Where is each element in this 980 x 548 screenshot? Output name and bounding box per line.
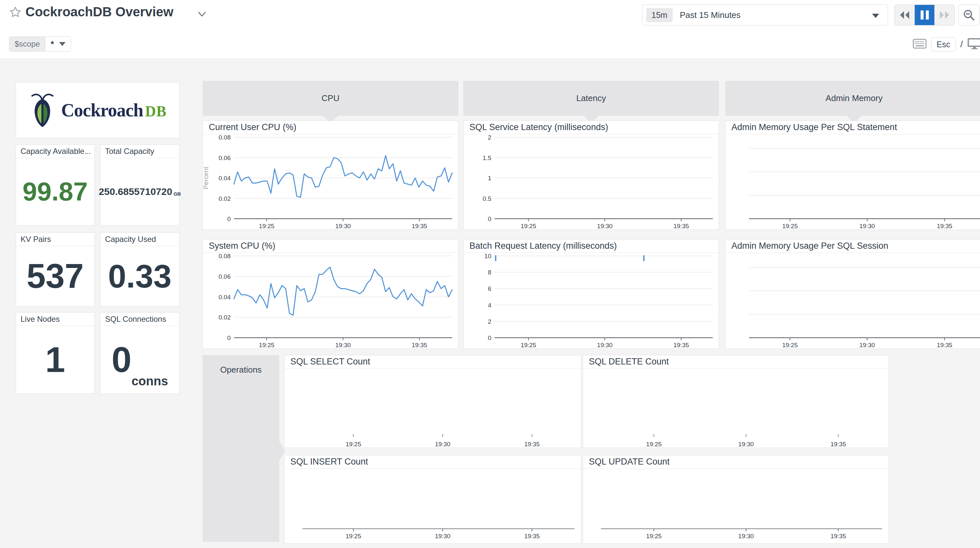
chevron-down-icon[interactable] — [197, 11, 207, 19]
group-header-admin-memory[interactable]: Admin Memory — [725, 81, 980, 116]
svg-text:1: 1 — [488, 175, 491, 181]
svg-text:19:25: 19:25 — [259, 342, 275, 348]
chart-title: Batch Request Latency (milliseconds) — [464, 240, 719, 253]
esc-key-badge[interactable]: Esc — [931, 38, 956, 51]
svg-text:0.02: 0.02 — [219, 195, 231, 202]
stat-title: Live Nodes — [16, 313, 94, 326]
favorite-star-icon[interactable] — [9, 6, 22, 19]
group-label: Latency — [576, 93, 606, 103]
stat-title: KV Pairs — [16, 233, 94, 246]
slash-separator: / — [961, 40, 963, 49]
time-range-label: Past 15 Minutes — [680, 10, 741, 20]
chart-title: Admin Memory Usage Per SQL Statement — [725, 121, 980, 134]
svg-text:19:25: 19:25 — [259, 222, 275, 229]
chart-title: SQL DELETE Count — [583, 355, 889, 369]
svg-text:19:25: 19:25 — [782, 342, 798, 348]
scope-var-value: * — [51, 40, 54, 49]
chart-plot: 19:2519:3019:35 — [285, 469, 581, 543]
svg-text:19:35: 19:35 — [412, 342, 427, 348]
chart-title: SQL UPDATE Count — [583, 456, 889, 469]
chart-card-system-cpu[interactable]: System CPU (%) 00.020.040.060.0819:2519:… — [203, 239, 458, 349]
chart-card-admin-mem-session[interactable]: Admin Memory Usage Per SQL Session 19:25… — [725, 239, 980, 349]
time-back-button[interactable] — [895, 5, 915, 25]
scope-var-name: $scope — [10, 37, 45, 51]
chart-plot: 19:2519:3019:35 — [583, 469, 889, 543]
svg-text:0.5: 0.5 — [483, 195, 491, 202]
svg-text:0.06: 0.06 — [219, 154, 231, 161]
svg-text:0.04: 0.04 — [219, 175, 231, 181]
group-header-latency[interactable]: Latency — [463, 81, 719, 116]
svg-text:10: 10 — [484, 253, 491, 259]
stat-value: 0.33 — [108, 260, 172, 292]
time-range-selector[interactable]: 15m Past 15 Minutes — [642, 5, 888, 25]
chart-card-admin-mem-statement[interactable]: Admin Memory Usage Per SQL Statement 19:… — [725, 121, 980, 230]
svg-text:19:30: 19:30 — [859, 342, 875, 348]
chart-plot: 19:2519:3019:35 — [725, 134, 980, 229]
logo-db-text: DB — [145, 103, 167, 120]
svg-text:19:30: 19:30 — [435, 441, 450, 448]
template-variable-scope[interactable]: $scope * — [9, 37, 71, 51]
zoom-out-button[interactable] — [958, 5, 979, 25]
svg-text:19:25: 19:25 — [646, 441, 662, 448]
chart-card-sql-insert-count[interactable]: SQL INSERT Count 19:2519:3019:35 — [284, 455, 581, 544]
group-label: Operations — [203, 355, 279, 375]
svg-text:19:35: 19:35 — [673, 342, 689, 348]
cockroachdb-logo-card: CockroachDB — [16, 82, 180, 138]
stat-value: 0 — [111, 342, 132, 378]
svg-text:19:35: 19:35 — [937, 342, 953, 348]
svg-text:19:35: 19:35 — [524, 441, 540, 448]
stat-card-capacity-used: Capacity Used 0.33 — [100, 232, 180, 307]
fullscreen-monitor-icon[interactable] — [967, 38, 980, 51]
time-range-badge: 15m — [646, 8, 673, 22]
svg-text:19:35: 19:35 — [524, 533, 540, 540]
svg-text:19:25: 19:25 — [345, 533, 361, 540]
chart-card-batch-request-latency[interactable]: Batch Request Latency (milliseconds) 024… — [463, 239, 719, 349]
time-forward-button[interactable] — [935, 5, 954, 25]
group-header-cpu[interactable]: CPU — [203, 81, 458, 116]
page-title: CockroachDB Overview — [25, 5, 173, 19]
svg-text:19:35: 19:35 — [830, 441, 846, 448]
svg-text:Percent: Percent — [203, 167, 210, 189]
dashboard-canvas: CockroachDB Capacity Available... 99.87 … — [0, 59, 980, 548]
scope-caret-icon — [59, 42, 65, 46]
svg-text:19:30: 19:30 — [597, 222, 612, 229]
svg-text:19:25: 19:25 — [782, 222, 798, 229]
stat-title: Total Capacity — [100, 145, 179, 158]
chart-card-sql-service-latency[interactable]: SQL Service Latency (milliseconds) 00.51… — [463, 121, 719, 230]
cockroach-bug-icon — [29, 92, 56, 128]
svg-text:1.5: 1.5 — [483, 154, 491, 161]
svg-text:0: 0 — [227, 216, 231, 222]
stat-value: 99.87 — [22, 179, 88, 205]
zoom-out-icon — [963, 9, 975, 21]
svg-text:19:30: 19:30 — [859, 222, 875, 229]
svg-text:2: 2 — [488, 318, 491, 325]
svg-text:19:35: 19:35 — [937, 222, 953, 229]
svg-text:0.02: 0.02 — [219, 314, 231, 321]
svg-text:19:30: 19:30 — [738, 441, 754, 448]
stat-value: 537 — [26, 259, 84, 293]
svg-text:19:25: 19:25 — [345, 441, 361, 448]
svg-text:0.08: 0.08 — [219, 253, 231, 259]
keyboard-icon[interactable] — [913, 39, 926, 50]
stat-title: Capacity Used — [100, 233, 179, 246]
svg-text:19:25: 19:25 — [521, 222, 536, 229]
time-range-caret-icon — [872, 14, 879, 18]
chart-plot: 024681019:2519:3019:35 — [464, 253, 719, 348]
svg-text:19:35: 19:35 — [830, 533, 846, 540]
stat-value: 250.6855710720 — [99, 187, 172, 197]
stat-unit: GB — [173, 191, 181, 197]
chart-card-sql-delete-count[interactable]: SQL DELETE Count 19:2519:3019:35 — [583, 355, 889, 448]
group-label: CPU — [322, 93, 340, 103]
chart-card-sql-select-count[interactable]: SQL SELECT Count 19:2519:3019:35 — [284, 355, 581, 448]
chart-card-current-user-cpu[interactable]: Current User CPU (%) 00.020.040.060.0819… — [203, 121, 458, 230]
stat-card-sql-connections: SQL Connections 0conns — [100, 312, 180, 394]
top-header: CockroachDB Overview 15m Past 15 Minutes… — [0, 0, 980, 59]
pause-icon — [921, 10, 929, 19]
chart-title: SQL INSERT Count — [285, 456, 581, 469]
stat-unit: conns — [132, 374, 168, 388]
chart-card-sql-update-count[interactable]: SQL UPDATE Count 19:2519:3019:35 — [583, 455, 889, 544]
pause-button[interactable] — [915, 5, 935, 25]
group-header-operations[interactable]: Operations — [203, 355, 279, 542]
stat-card-kv-pairs: KV Pairs 537 — [16, 232, 95, 307]
svg-text:19:30: 19:30 — [738, 533, 754, 540]
